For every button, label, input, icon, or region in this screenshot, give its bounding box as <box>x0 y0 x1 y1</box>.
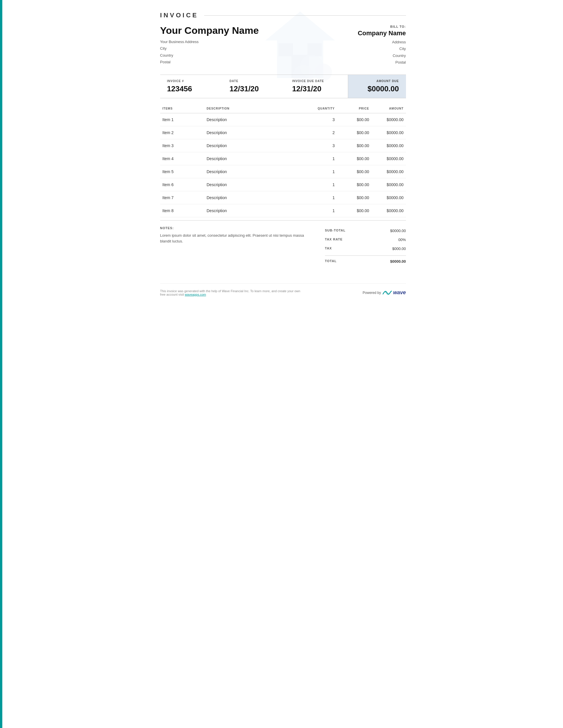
item-qty-5: 1 <box>308 165 337 178</box>
item-qty-8: 1 <box>308 204 337 217</box>
item-name-4: Item 4 <box>160 152 204 165</box>
company-postal: Postal <box>160 59 259 65</box>
item-amount-6: $0000.00 <box>372 178 406 191</box>
company-name: Your Company Name <box>160 25 259 36</box>
subtotal-row: SUB-TOTAL $0000.00 <box>325 226 406 235</box>
item-desc-2: Description <box>204 126 308 139</box>
footer-link[interactable]: waveapps.com <box>185 293 206 296</box>
client-address: Address <box>358 39 406 45</box>
total-row: TOTAL $0000.00 <box>325 255 406 266</box>
total-value: $0000.00 <box>390 259 406 264</box>
item-name-8: Item 8 <box>160 204 204 217</box>
client-country: Country <box>358 52 406 59</box>
item-amount-7: $0000.00 <box>372 191 406 204</box>
item-qty-4: 1 <box>308 152 337 165</box>
notes-text: Lorem ipsum dolor sit amet, consectetur … <box>160 233 314 245</box>
due-date-value: 12/31/20 <box>292 84 341 93</box>
date-label: DATE <box>229 79 278 83</box>
item-name-1: Item 1 <box>160 113 204 126</box>
company-country: Country <box>160 52 259 59</box>
amount-due-box: AMOUNT DUE $0000.00 <box>348 75 406 98</box>
page-footer: This invoice was generated with the help… <box>160 283 406 296</box>
col-header-price: PRICE <box>337 104 372 113</box>
item-desc-6: Description <box>204 178 308 191</box>
item-qty-2: 2 <box>308 126 337 139</box>
item-name-3: Item 3 <box>160 139 204 152</box>
client-city: City <box>358 45 406 52</box>
item-amount-8: $0000.00 <box>372 204 406 217</box>
tax-row: TAX $000.00 <box>325 244 406 253</box>
bill-to-section: BILL TO: Company Name Address City Count… <box>358 25 406 66</box>
tax-rate-label: TAX RATE <box>325 238 343 242</box>
subtotal-label: SUB-TOTAL <box>325 229 346 233</box>
business-address: Your Business Address <box>160 38 259 45</box>
amount-due-label: AMOUNT DUE <box>355 79 399 83</box>
item-qty-3: 3 <box>308 139 337 152</box>
item-desc-7: Description <box>204 191 308 204</box>
invoice-title: INVOICE <box>160 12 198 19</box>
item-desc-1: Description <box>204 113 308 126</box>
notes-label: NOTES: <box>160 226 314 230</box>
date-value: 12/31/20 <box>229 84 278 93</box>
items-section: ITEMS DESCRIPTION QUANTITY PRICE AMOUNT … <box>160 104 406 217</box>
invoice-number-label: INVOICE # <box>167 79 216 83</box>
footer-text-content: This invoice was generated with the help… <box>160 289 301 296</box>
item-name-6: Item 6 <box>160 178 204 191</box>
item-price-3: $00.00 <box>337 139 372 152</box>
item-desc-4: Description <box>204 152 308 165</box>
company-city: City <box>160 45 259 52</box>
item-amount-5: $0000.00 <box>372 165 406 178</box>
item-price-4: $00.00 <box>337 152 372 165</box>
total-label: TOTAL <box>325 259 337 264</box>
footer-text: This invoice was generated with the help… <box>160 289 305 296</box>
item-desc-3: Description <box>204 139 308 152</box>
table-row: Item 1 Description 3 $00.00 $0000.00 <box>160 113 406 126</box>
item-name-5: Item 5 <box>160 165 204 178</box>
totals-section: SUB-TOTAL $0000.00 TAX RATE 00% TAX $000… <box>325 226 406 266</box>
col-header-description: DESCRIPTION <box>204 104 308 113</box>
invoice-number-box: INVOICE # 123456 <box>160 75 223 98</box>
col-header-items: ITEMS <box>160 104 204 113</box>
client-postal: Postal <box>358 59 406 66</box>
item-qty-6: 1 <box>308 178 337 191</box>
item-qty-1: 3 <box>308 113 337 126</box>
item-qty-7: 1 <box>308 191 337 204</box>
item-price-2: $00.00 <box>337 126 372 139</box>
footer-section: NOTES: Lorem ipsum dolor sit amet, conse… <box>160 220 406 266</box>
tax-rate-value: 00% <box>398 238 406 242</box>
item-price-5: $00.00 <box>337 165 372 178</box>
item-price-7: $00.00 <box>337 191 372 204</box>
subtotal-value: $0000.00 <box>390 229 406 233</box>
table-row: Item 4 Description 1 $00.00 $0000.00 <box>160 152 406 165</box>
items-table: ITEMS DESCRIPTION QUANTITY PRICE AMOUNT … <box>160 104 406 217</box>
item-price-6: $00.00 <box>337 178 372 191</box>
table-row: Item 8 Description 1 $00.00 $0000.00 <box>160 204 406 217</box>
item-name-7: Item 7 <box>160 191 204 204</box>
table-row: Item 3 Description 3 $00.00 $0000.00 <box>160 139 406 152</box>
item-desc-8: Description <box>204 204 308 217</box>
table-row: Item 5 Description 1 $00.00 $0000.00 <box>160 165 406 178</box>
invoice-meta: INVOICE # 123456 DATE 12/31/20 INVOICE D… <box>160 75 406 98</box>
wave-label: wave <box>393 290 406 296</box>
amount-due-value: $0000.00 <box>355 84 399 93</box>
bill-to-label: BILL TO: <box>358 25 406 28</box>
company-info: Your Company Name Your Business Address … <box>160 25 259 66</box>
item-amount-4: $0000.00 <box>372 152 406 165</box>
powered-by-label: Powered by <box>363 291 381 295</box>
item-amount-2: $0000.00 <box>372 126 406 139</box>
date-box: DATE 12/31/20 <box>223 75 285 98</box>
item-amount-1: $0000.00 <box>372 113 406 126</box>
title-divider <box>204 15 406 16</box>
header-section: INVOICE Your Company Name Your Business … <box>160 12 406 66</box>
due-date-box: INVOICE DUE DATE 12/31/20 <box>285 75 348 98</box>
wave-icon <box>383 290 392 296</box>
col-header-amount: AMOUNT <box>372 104 406 113</box>
item-price-1: $00.00 <box>337 113 372 126</box>
wave-logo: wave <box>383 290 406 296</box>
item-price-8: $00.00 <box>337 204 372 217</box>
powered-by: Powered by wave <box>363 290 406 296</box>
col-header-quantity: QUANTITY <box>308 104 337 113</box>
due-date-label: INVOICE DUE DATE <box>292 79 341 83</box>
item-amount-3: $0000.00 <box>372 139 406 152</box>
item-desc-5: Description <box>204 165 308 178</box>
